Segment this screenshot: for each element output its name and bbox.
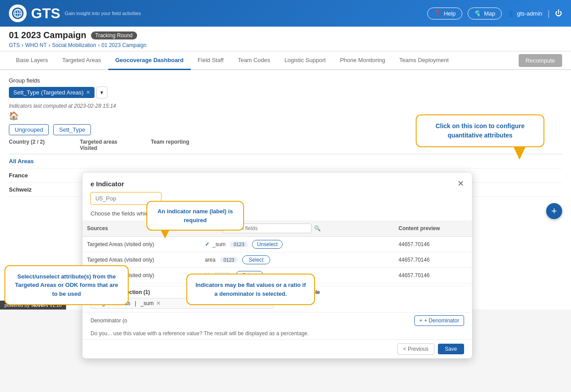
tooltip-denominator-info: Indicators may be flat values or a ratio…	[186, 274, 315, 305]
breadcrumb-sep1: ›	[22, 42, 24, 48]
map-icon: 🌎	[474, 10, 481, 17]
tab-geocoverage[interactable]: Geocoverage Dashboard	[108, 51, 191, 70]
breadcrumb-sep3: ›	[98, 42, 100, 48]
tooltip-select-attributes: Select/unselect attribute(s) from the Ta…	[4, 265, 129, 306]
preview-cell: 44657.70146	[394, 268, 472, 283]
table-row[interactable]: All Areas	[9, 154, 562, 169]
recompute-button[interactable]: Recompute	[519, 54, 562, 67]
header: GTS Gain insight into your field activit…	[0, 0, 571, 27]
tab-team-codes[interactable]: Team Codes	[231, 51, 277, 70]
nav-tabs-list: Base Layers Targeted Areas Geocoverage D…	[9, 51, 456, 69]
content-preview-col-header: Content preview	[394, 220, 472, 237]
header-divider: |	[547, 9, 550, 18]
help-button[interactable]: ❓ Help	[427, 8, 462, 20]
nav-tabs: Base Layers Targeted Areas Geocoverage D…	[0, 51, 571, 70]
breadcrumb-gts[interactable]: GTS	[9, 42, 20, 48]
col-targeted-header: Targeted areas Visited	[80, 139, 151, 151]
logo-area: GTS Gain insight into your field activit…	[9, 4, 141, 22]
check-icon: ✓	[205, 241, 209, 247]
source-cell: Targeted Areas (visited only)	[83, 237, 201, 252]
table-row: Targeted Areas (visited only) ✓ _sum 012…	[83, 237, 472, 252]
denominator-label: Denominator (o	[91, 318, 127, 324]
help-icon: ❓	[434, 10, 441, 17]
row-france: France	[9, 172, 80, 179]
tooltip-indicator-name: An indicator name (label) is required	[146, 201, 244, 231]
modal-indicator: e Indicator ✕ Choose the fields which ma…	[82, 172, 473, 359]
logo-icon	[9, 4, 27, 22]
field-cell: area 0123 Select	[201, 252, 394, 268]
filter-ungrouped[interactable]: Ungrouped	[9, 124, 49, 135]
field-badge: 0123	[230, 241, 248, 247]
preview-cell: 44657.70146	[394, 237, 472, 252]
preview-cell: 44657.70146	[394, 252, 472, 268]
field-cell: ✓ _sum 0123 Unselect	[201, 237, 394, 252]
modal-name-field	[91, 192, 464, 205]
breadcrumb-who[interactable]: WHO NT	[25, 42, 47, 48]
tab-field-staff[interactable]: Field Staff	[191, 51, 231, 70]
plus-icon: +	[419, 318, 422, 324]
breadcrumb-social[interactable]: Social Mobilization	[52, 42, 96, 48]
col-country-header: Country (2 / 2)	[9, 139, 80, 151]
tab-base-layers[interactable]: Base Layers	[9, 51, 55, 70]
tab-targeted-areas[interactable]: Targeted Areas	[55, 51, 108, 70]
tab-teams-deployment[interactable]: Teams Deployment	[392, 51, 456, 70]
denominator-section: Denominator (o + + Denominator	[83, 312, 472, 329]
modal-footer: < Previous Save	[83, 339, 472, 358]
numerator-remove[interactable]: ✕	[156, 300, 161, 306]
user-icon: 👤	[507, 10, 514, 17]
add-indicator-button[interactable]: +	[546, 203, 562, 219]
group-fields-dropdown[interactable]: ▾	[96, 86, 107, 98]
filter-sett-type[interactable]: Sett_Type	[53, 124, 91, 135]
group-fields-label: Group fields	[9, 77, 562, 84]
logo-gts-text: GTS	[31, 5, 60, 22]
group-fields-value: Sett_Type (Targeted Areas)	[13, 89, 83, 96]
power-icon[interactable]: ⏻	[555, 9, 562, 17]
unselect-button[interactable]: Unselect	[252, 240, 283, 249]
select-button[interactable]: Select	[242, 255, 270, 264]
group-fields-tag[interactable]: Sett_Type (Targeted Areas) ✕	[9, 87, 95, 98]
header-right: ❓ Help 🌎 Map 👤 gts-admin | ⏻	[427, 8, 562, 20]
modal-title: e Indicator	[91, 180, 124, 188]
group-fields-remove[interactable]: ✕	[86, 90, 90, 95]
add-denominator-button[interactable]: + + Denominator	[414, 315, 464, 326]
reference-note: Do you... use this value with a referenc…	[83, 329, 472, 339]
tooltip-configure-icon: Click on this icon to configure quantita…	[416, 114, 544, 147]
campaign-title-row: 01 2023 Campaign Tracking Round	[9, 30, 562, 40]
row-schweiz: Schweiz	[9, 186, 80, 193]
modal-close-button[interactable]: ✕	[457, 179, 464, 188]
tab-phone-monitoring[interactable]: Phone Monitoring	[333, 51, 392, 70]
campaign-name: 01 2023 Campaign	[9, 30, 87, 40]
col-team-header: Team reporting	[151, 139, 222, 151]
indicators-info: Indicators last computed at 2023-02-28 1…	[9, 103, 562, 109]
user-info: 👤 gts-admin	[507, 10, 542, 17]
tracking-badge: Tracking Round	[91, 31, 137, 39]
modal-table-header: Sources Fields 🔍 Content preview	[83, 220, 472, 237]
main-content: Group fields Sett_Type (Targeted Areas) …	[0, 70, 571, 310]
search-icon: 🔍	[314, 225, 321, 231]
tab-logistic[interactable]: Logistic Support	[277, 51, 333, 70]
breadcrumb: GTS › WHO NT › Social Mobilization › 01 …	[9, 42, 562, 51]
breadcrumb-campaign[interactable]: 01 2023 Campaign	[102, 42, 146, 48]
group-fields-input: Sett_Type (Targeted Areas) ✕ ▾	[9, 86, 562, 98]
breadcrumb-bar: 01 2023 Campaign Tracking Round GTS › WH…	[0, 27, 571, 51]
map-button[interactable]: 🌎 Map	[468, 8, 502, 20]
table-row: Targeted Areas (visited only) area 0123 …	[83, 252, 472, 268]
save-button[interactable]: Save	[438, 344, 464, 354]
previous-button[interactable]: < Previous	[398, 343, 434, 355]
field-badge: 0123	[220, 257, 238, 263]
breadcrumb-sep2: ›	[48, 42, 50, 48]
modal-header: e Indicator ✕	[83, 172, 472, 188]
modal-subtitle: Choose the fields which make up your ind…	[83, 208, 472, 220]
row-all-areas: All Areas	[9, 158, 80, 165]
logo-tagline: Gain insight into your field activities	[65, 10, 141, 16]
